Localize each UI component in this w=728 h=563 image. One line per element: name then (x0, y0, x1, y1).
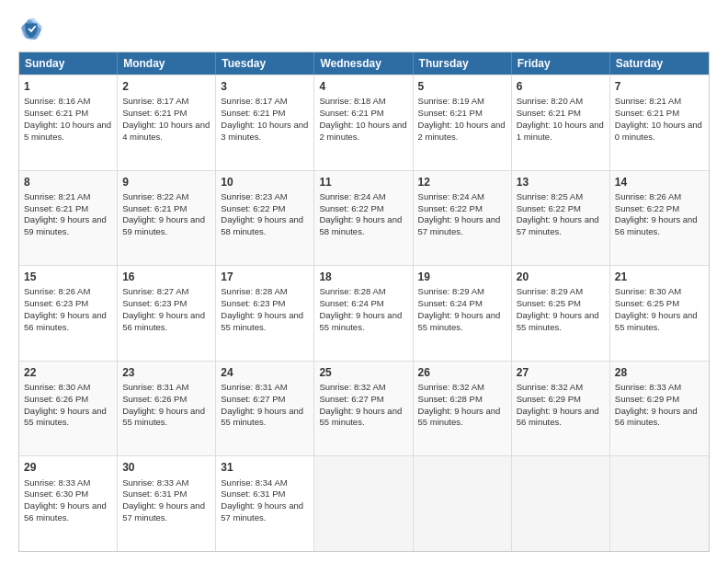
sunrise-text: Sunrise: 8:27 AM (122, 286, 188, 296)
sunrise-text: Sunrise: 8:30 AM (24, 382, 90, 392)
sunrise-text: Sunrise: 8:24 AM (418, 191, 484, 201)
day-number: 11 (319, 175, 407, 190)
sunrise-text: Sunrise: 8:28 AM (319, 286, 385, 296)
day-number: 26 (418, 365, 506, 380)
day-cell-18: 18Sunrise: 8:28 AMSunset: 6:24 PMDayligh… (314, 266, 413, 361)
sunset-text: Sunset: 6:29 PM (615, 394, 679, 404)
day-cell-22: 22Sunrise: 8:30 AMSunset: 6:26 PMDayligh… (19, 362, 118, 456)
sunset-text: Sunset: 6:27 PM (319, 394, 383, 404)
day-number: 20 (517, 270, 605, 284)
daylight-text: Daylight: 9 hours and 55 minutes. (221, 406, 303, 428)
sunset-text: Sunset: 6:26 PM (24, 394, 88, 404)
day-number: 1 (24, 79, 112, 94)
page: SundayMondayTuesdayWednesdayThursdayFrid… (0, 0, 728, 563)
daylight-text: Daylight: 10 hours and 2 minutes. (418, 120, 506, 142)
sunrise-text: Sunrise: 8:34 AM (221, 477, 287, 488)
day-number: 13 (517, 175, 605, 190)
day-cell-31: 31Sunrise: 8:34 AMSunset: 6:31 PMDayligh… (216, 456, 314, 551)
sunset-text: Sunset: 6:22 PM (319, 203, 383, 213)
day-number: 22 (24, 365, 112, 380)
sunset-text: Sunset: 6:30 PM (24, 488, 88, 499)
sunset-text: Sunset: 6:27 PM (221, 394, 285, 404)
daylight-text: Daylight: 9 hours and 56 minutes. (122, 310, 205, 332)
header-day-monday: Monday (118, 52, 216, 75)
sunset-text: Sunset: 6:21 PM (418, 108, 483, 118)
daylight-text: Daylight: 9 hours and 59 minutes. (24, 214, 107, 236)
calendar-row-1: 1Sunrise: 8:16 AMSunset: 6:21 PMDaylight… (19, 75, 709, 170)
sunset-text: Sunset: 6:21 PM (615, 108, 679, 118)
day-cell-5: 5Sunrise: 8:19 AMSunset: 6:21 PMDaylight… (414, 75, 512, 170)
sunrise-text: Sunrise: 8:24 AM (319, 191, 385, 201)
logo (18, 17, 48, 42)
day-cell-2: 2Sunrise: 8:17 AMSunset: 6:21 PMDaylight… (118, 75, 216, 170)
sunset-text: Sunset: 6:26 PM (122, 394, 187, 404)
sunset-text: Sunset: 6:31 PM (122, 488, 187, 499)
day-number: 9 (122, 175, 210, 190)
daylight-text: Daylight: 9 hours and 55 minutes. (221, 310, 303, 332)
sunset-text: Sunset: 6:21 PM (122, 203, 187, 213)
daylight-text: Daylight: 9 hours and 56 minutes. (24, 310, 107, 332)
day-cell-13: 13Sunrise: 8:25 AMSunset: 6:22 PMDayligh… (512, 171, 610, 266)
day-number: 4 (319, 79, 407, 94)
daylight-text: Daylight: 10 hours and 0 minutes. (615, 120, 702, 142)
day-number: 12 (418, 175, 506, 190)
day-cell-16: 16Sunrise: 8:27 AMSunset: 6:23 PMDayligh… (118, 266, 216, 361)
daylight-text: Daylight: 9 hours and 55 minutes. (319, 310, 402, 332)
calendar-header: SundayMondayTuesdayWednesdayThursdayFrid… (19, 52, 709, 75)
day-cell-19: 19Sunrise: 8:29 AMSunset: 6:24 PMDayligh… (414, 266, 512, 361)
daylight-text: Daylight: 10 hours and 3 minutes. (221, 120, 308, 142)
day-number: 27 (517, 365, 605, 380)
daylight-text: Daylight: 9 hours and 55 minutes. (122, 406, 205, 428)
day-cell-3: 3Sunrise: 8:17 AMSunset: 6:21 PMDaylight… (216, 75, 314, 170)
day-cell-11: 11Sunrise: 8:24 AMSunset: 6:22 PMDayligh… (314, 171, 413, 266)
sunset-text: Sunset: 6:28 PM (418, 394, 483, 404)
header-day-wednesday: Wednesday (314, 52, 413, 75)
sunrise-text: Sunrise: 8:33 AM (615, 382, 681, 392)
daylight-text: Daylight: 9 hours and 58 minutes. (221, 214, 303, 236)
calendar-row-5: 29Sunrise: 8:33 AMSunset: 6:30 PMDayligh… (19, 455, 709, 551)
header-day-thursday: Thursday (414, 52, 512, 75)
sunrise-text: Sunrise: 8:25 AM (517, 191, 583, 201)
day-cell-4: 4Sunrise: 8:18 AMSunset: 6:21 PMDaylight… (314, 75, 413, 170)
sunrise-text: Sunrise: 8:33 AM (122, 477, 188, 488)
empty-cell (314, 456, 413, 551)
day-number: 15 (24, 270, 112, 284)
sunset-text: Sunset: 6:25 PM (517, 298, 581, 308)
sunrise-text: Sunrise: 8:31 AM (221, 382, 287, 392)
day-number: 29 (24, 460, 112, 475)
daylight-text: Daylight: 9 hours and 55 minutes. (319, 406, 402, 428)
day-number: 8 (24, 175, 112, 190)
day-cell-12: 12Sunrise: 8:24 AMSunset: 6:22 PMDayligh… (414, 171, 512, 266)
sunrise-text: Sunrise: 8:29 AM (418, 286, 484, 296)
calendar-row-3: 15Sunrise: 8:26 AMSunset: 6:23 PMDayligh… (19, 265, 709, 361)
sunrise-text: Sunrise: 8:30 AM (615, 286, 681, 296)
daylight-text: Daylight: 9 hours and 55 minutes. (418, 310, 501, 332)
sunset-text: Sunset: 6:21 PM (319, 108, 383, 118)
sunrise-text: Sunrise: 8:17 AM (221, 96, 287, 106)
empty-cell (414, 456, 512, 551)
day-cell-24: 24Sunrise: 8:31 AMSunset: 6:27 PMDayligh… (216, 362, 314, 456)
sunrise-text: Sunrise: 8:26 AM (24, 286, 90, 296)
sunrise-text: Sunrise: 8:21 AM (615, 96, 681, 106)
sunset-text: Sunset: 6:23 PM (122, 298, 187, 308)
header-day-friday: Friday (512, 52, 610, 75)
sunrise-text: Sunrise: 8:31 AM (122, 382, 188, 392)
calendar-row-2: 8Sunrise: 8:21 AMSunset: 6:21 PMDaylight… (19, 170, 709, 266)
daylight-text: Daylight: 9 hours and 57 minutes. (418, 214, 501, 236)
day-number: 23 (122, 365, 210, 380)
sunrise-text: Sunrise: 8:19 AM (418, 96, 484, 106)
sunrise-text: Sunrise: 8:26 AM (615, 191, 681, 201)
calendar-row-4: 22Sunrise: 8:30 AMSunset: 6:26 PMDayligh… (19, 361, 709, 456)
header-day-tuesday: Tuesday (216, 52, 314, 75)
day-cell-9: 9Sunrise: 8:22 AMSunset: 6:21 PMDaylight… (118, 171, 216, 266)
day-cell-28: 28Sunrise: 8:33 AMSunset: 6:29 PMDayligh… (610, 362, 709, 456)
day-cell-27: 27Sunrise: 8:32 AMSunset: 6:29 PMDayligh… (512, 362, 610, 456)
day-cell-8: 8Sunrise: 8:21 AMSunset: 6:21 PMDaylight… (19, 171, 118, 266)
sunset-text: Sunset: 6:24 PM (319, 298, 383, 308)
day-number: 2 (122, 79, 210, 94)
day-cell-14: 14Sunrise: 8:26 AMSunset: 6:22 PMDayligh… (610, 171, 709, 266)
day-number: 5 (418, 79, 506, 94)
sunset-text: Sunset: 6:23 PM (24, 298, 88, 308)
daylight-text: Daylight: 9 hours and 57 minutes. (221, 500, 303, 523)
day-cell-20: 20Sunrise: 8:29 AMSunset: 6:25 PMDayligh… (512, 266, 610, 361)
